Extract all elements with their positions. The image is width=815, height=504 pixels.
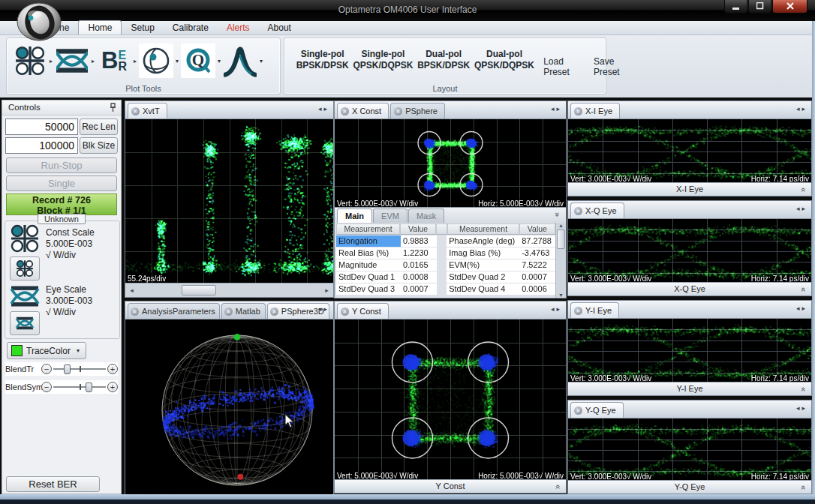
x-i-eye-footer[interactable]: X-I Eye « xyxy=(568,182,811,196)
decrease-button[interactable]: − xyxy=(41,364,52,374)
tab-x-const[interactable]: ✕ X Const xyxy=(337,103,389,118)
rec-len-button[interactable]: Rec Len xyxy=(80,118,118,135)
close-button[interactable] xyxy=(772,0,807,14)
tab-y-q-eye[interactable]: ✕ Y-Q Eye xyxy=(570,402,624,418)
y-q-eye-plot[interactable]: Vert: 3.000E-003√ W/div Horiz: 7.14 ps/d… xyxy=(568,418,811,482)
dropdown-arrow-icon[interactable]: ▸ xyxy=(92,58,95,64)
tab-nav-arrows[interactable]: ◂▸ xyxy=(318,105,329,112)
close-icon[interactable]: ✕ xyxy=(341,308,349,316)
psphere3d-plot[interactable] xyxy=(125,320,333,494)
menu-tab-home[interactable]: Home xyxy=(78,20,122,34)
dropdown-arrow-icon[interactable]: ▸ xyxy=(134,58,137,64)
save-preset-button[interactable]: Save Preset xyxy=(594,41,644,77)
tab-y-const[interactable]: ✕ Y Const xyxy=(337,303,389,319)
xvtt-plot[interactable]: 55.24ps/div xyxy=(125,119,333,284)
close-icon[interactable]: ✕ xyxy=(131,308,139,316)
tab-nav-arrows[interactable]: ◂▸ xyxy=(796,304,807,312)
tab-matlab[interactable]: ✕ Matlab xyxy=(221,303,266,319)
vertical-scrollbar[interactable]: ▲ ▼ xyxy=(555,223,566,298)
tab-main[interactable]: Main xyxy=(337,208,372,223)
single-pol-qpsk-button[interactable]: Single-pol QPSK/DQPSK xyxy=(351,41,414,71)
titlebar[interactable]: Optametra OM4006 User Interface xyxy=(0,0,815,21)
blk-size-button[interactable]: Blk Size xyxy=(80,137,118,154)
tab-mask[interactable]: Mask xyxy=(408,208,444,223)
dual-pol-qpsk-button[interactable]: Dual-pol QPSK/DQPSK xyxy=(473,41,536,71)
tab-analysis-parameters[interactable]: ✕ AnalysisParameters xyxy=(128,303,220,319)
menu-tab-calibrate[interactable]: Calibrate xyxy=(164,21,218,34)
tab-nav-arrows[interactable]: ◂▸ xyxy=(551,305,562,313)
y-const-footer[interactable]: Y Const « xyxy=(335,479,566,493)
scroll-left-icon[interactable]: ◂ xyxy=(125,286,138,294)
tab-y-i-eye[interactable]: ✕ Y-I Eye xyxy=(570,302,619,318)
y-i-eye-plot[interactable]: Vert: 3.000E-003√ W/div Horiz: 7.14 ps/d… xyxy=(568,319,811,383)
scroll-up-icon[interactable]: ▲ xyxy=(558,223,564,228)
reset-ber-button[interactable]: Reset BER xyxy=(6,476,100,492)
tab-evm[interactable]: EVM xyxy=(373,208,408,223)
single-button[interactable]: Single xyxy=(6,176,117,191)
blk-size-input[interactable] xyxy=(5,137,78,154)
increase-button[interactable]: + xyxy=(107,364,118,374)
pin-icon[interactable] xyxy=(110,103,116,117)
blend-sym-slider[interactable] xyxy=(53,381,106,393)
maximize-button[interactable] xyxy=(748,0,771,14)
tab-xvtt[interactable]: ✕ XvtT xyxy=(128,103,167,118)
tab-nav-arrows[interactable]: ◂▸ xyxy=(796,105,807,112)
minimize-button[interactable] xyxy=(724,0,747,14)
tab-x-q-eye[interactable]: ✕ X-Q Eye xyxy=(570,202,624,218)
q-factor-plot-button[interactable]: Q xyxy=(181,44,215,78)
menu-tab-alerts[interactable]: Alerts xyxy=(218,21,259,34)
close-icon[interactable]: ✕ xyxy=(574,406,582,415)
trace-color-dropdown[interactable]: TraceColor ▾ xyxy=(7,342,86,359)
collapse-chevron-icon[interactable]: « xyxy=(798,188,810,192)
constellation-plot-button[interactable] xyxy=(13,44,47,78)
close-icon[interactable]: ✕ xyxy=(224,308,233,316)
y-const-plot[interactable]: Vert: 5.000E-003√ W/div Horiz: 5.000E-00… xyxy=(335,320,566,481)
load-preset-button[interactable]: Load Preset xyxy=(536,41,594,77)
x-i-eye-plot[interactable]: Vert: 3.000E-003√ W/div Horiz: 7.14 ps/d… xyxy=(568,119,811,184)
close-icon[interactable]: ✕ xyxy=(574,307,582,315)
eye-plot-button[interactable] xyxy=(55,44,89,78)
close-icon[interactable]: ✕ xyxy=(341,107,349,116)
dropdown-arrow-icon[interactable]: ▾ xyxy=(260,58,263,64)
dropdown-arrow-icon[interactable]: ▾ xyxy=(218,58,221,64)
rec-len-input[interactable] xyxy=(5,118,78,135)
blend-tr-slider[interactable] xyxy=(53,363,106,375)
expand-chevron-icon[interactable]: » xyxy=(553,212,562,217)
close-icon[interactable]: ✕ xyxy=(574,207,582,215)
scroll-thumb[interactable] xyxy=(182,285,216,296)
tab-x-i-eye[interactable]: ✕ X-I Eye xyxy=(570,103,620,118)
tab-nav-arrows[interactable]: ◂▸ xyxy=(796,205,807,212)
slider-thumb[interactable] xyxy=(86,382,92,392)
collapse-chevron-icon[interactable]: « xyxy=(798,485,810,490)
tab-nav-arrows[interactable]: ◂▸ xyxy=(318,305,329,313)
measurement-cell-selected[interactable]: Elongation xyxy=(336,236,401,247)
collapse-chevron-icon[interactable]: « xyxy=(552,484,564,489)
menu-tab-setup[interactable]: Setup xyxy=(122,21,163,34)
close-icon[interactable]: ✕ xyxy=(131,107,140,116)
collapse-chevron-icon[interactable]: « xyxy=(798,387,810,392)
close-icon[interactable]: ✕ xyxy=(270,308,278,316)
scroll-thumb[interactable] xyxy=(557,230,565,249)
dual-pol-bpsk-button[interactable]: Dual-pol BPSK/DPSK xyxy=(415,41,473,71)
tab-nav-arrows[interactable]: ◂▸ xyxy=(551,105,562,112)
slider-thumb[interactable] xyxy=(64,364,71,374)
spectrum-plot-button[interactable] xyxy=(223,44,257,78)
collapse-chevron-icon[interactable]: « xyxy=(798,287,810,292)
poincare-sphere-plot-button[interactable] xyxy=(139,44,173,78)
dropdown-arrow-icon[interactable]: ▾ xyxy=(176,58,179,64)
single-pol-bpsk-button[interactable]: Single-pol BPSK/DPSK xyxy=(293,41,351,71)
close-icon[interactable]: ✕ xyxy=(394,107,402,116)
y-i-eye-footer[interactable]: Y-I Eye « xyxy=(568,382,811,395)
x-const-plot[interactable]: Vert: 5.000E-003√ W/div Horiz: 5.000E-00… xyxy=(335,119,566,208)
increase-button[interactable]: + xyxy=(107,382,118,392)
const-scale-button[interactable] xyxy=(10,256,40,280)
run-stop-button[interactable]: Run-Stop xyxy=(6,158,117,173)
decrease-button[interactable]: − xyxy=(41,382,52,392)
dropdown-arrow-icon[interactable]: ▸ xyxy=(50,58,53,64)
eye-scale-button[interactable] xyxy=(10,311,40,335)
horizontal-scrollbar[interactable]: ◂ ▸ xyxy=(125,283,333,297)
x-q-eye-footer[interactable]: X-Q Eye « xyxy=(568,282,811,296)
y-q-eye-footer[interactable]: Y-Q Eye « xyxy=(568,480,811,494)
scroll-right-icon[interactable]: ▸ xyxy=(320,286,333,294)
scroll-down-icon[interactable]: ▼ xyxy=(558,292,564,298)
